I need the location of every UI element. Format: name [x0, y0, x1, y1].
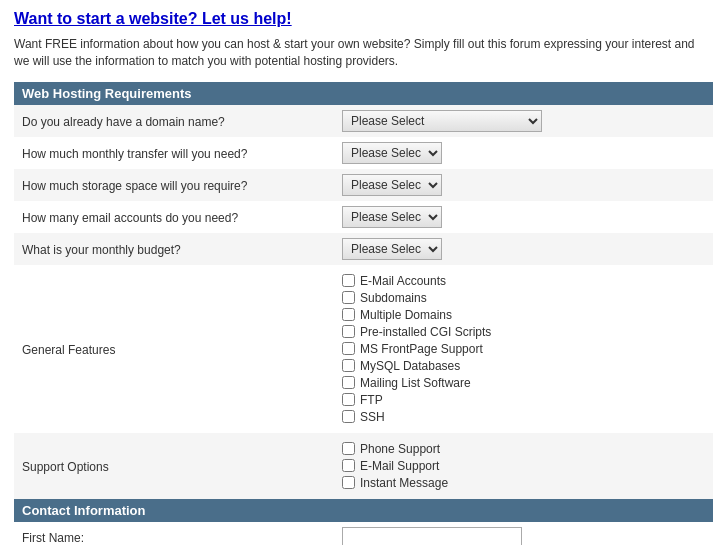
domain-row: Do you already have a domain name? Pleas… [14, 105, 713, 137]
support-option-checkbox-2[interactable] [342, 476, 355, 489]
general-features-label: General Features [14, 265, 334, 433]
transfer-row: How much monthly transfer will you need?… [14, 137, 713, 169]
general-feature-label-8: SSH [360, 410, 385, 424]
domain-select[interactable]: Please Select Yes No [342, 110, 542, 132]
budget-input-cell: Please Select $5-$10 $10-$20 $20+ [334, 233, 713, 265]
general-features-list: E-Mail AccountsSubdomainsMultiple Domain… [342, 270, 705, 428]
storage-row: How much storage space will you require?… [14, 169, 713, 201]
general-feature-item: Pre-installed CGI Scripts [342, 325, 705, 339]
page-intro: Want FREE information about how you can … [14, 36, 713, 70]
email-accounts-select[interactable]: Please Select 1-5 6-10 10+ [342, 206, 442, 228]
support-option-item: Instant Message [342, 476, 705, 490]
support-option-checkbox-1[interactable] [342, 459, 355, 472]
first-name-input-cell [334, 522, 713, 545]
general-feature-item: Subdomains [342, 291, 705, 305]
support-options-list: Phone SupportE-Mail SupportInstant Messa… [342, 438, 705, 494]
general-feature-label-5: MySQL Databases [360, 359, 460, 373]
storage-label: How much storage space will you require? [14, 169, 334, 201]
domain-input-cell: Please Select Yes No [334, 105, 713, 137]
general-feature-checkbox-6[interactable] [342, 376, 355, 389]
support-options-checkboxes: Phone SupportE-Mail SupportInstant Messa… [334, 433, 713, 499]
email-accounts-input-cell: Please Select 1-5 6-10 10+ [334, 201, 713, 233]
general-feature-checkbox-1[interactable] [342, 291, 355, 304]
support-options-row: Support Options Phone SupportE-Mail Supp… [14, 433, 713, 499]
support-option-item: E-Mail Support [342, 459, 705, 473]
general-feature-item: Multiple Domains [342, 308, 705, 322]
general-feature-item: SSH [342, 410, 705, 424]
budget-label: What is your monthly budget? [14, 233, 334, 265]
general-feature-item: Mailing List Software [342, 376, 705, 390]
storage-input-cell: Please Select 100 MB 500 MB 1 GB [334, 169, 713, 201]
domain-label: Do you already have a domain name? [14, 105, 334, 137]
requirements-table: Do you already have a domain name? Pleas… [14, 105, 713, 499]
general-feature-item: MySQL Databases [342, 359, 705, 373]
requirements-section-header: Web Hosting Requirements [14, 82, 713, 105]
general-feature-checkbox-3[interactable] [342, 325, 355, 338]
support-option-item: Phone Support [342, 442, 705, 456]
general-feature-label-0: E-Mail Accounts [360, 274, 446, 288]
transfer-label: How much monthly transfer will you need? [14, 137, 334, 169]
general-feature-item: E-Mail Accounts [342, 274, 705, 288]
general-feature-checkbox-8[interactable] [342, 410, 355, 423]
general-feature-checkbox-2[interactable] [342, 308, 355, 321]
general-feature-label-7: FTP [360, 393, 383, 407]
first-name-row: First Name: [14, 522, 713, 545]
general-features-row: General Features E-Mail AccountsSubdomai… [14, 265, 713, 433]
support-option-label-2: Instant Message [360, 476, 448, 490]
email-accounts-row: How many email accounts do you need? Ple… [14, 201, 713, 233]
general-feature-checkbox-4[interactable] [342, 342, 355, 355]
support-options-label: Support Options [14, 433, 334, 499]
page-title: Want to start a website? Let us help! [14, 10, 713, 28]
email-accounts-label: How many email accounts do you need? [14, 201, 334, 233]
general-feature-checkbox-7[interactable] [342, 393, 355, 406]
general-feature-label-3: Pre-installed CGI Scripts [360, 325, 491, 339]
general-feature-label-4: MS FrontPage Support [360, 342, 483, 356]
budget-row: What is your monthly budget? Please Sele… [14, 233, 713, 265]
general-feature-checkbox-0[interactable] [342, 274, 355, 287]
storage-select[interactable]: Please Select 100 MB 500 MB 1 GB [342, 174, 442, 196]
budget-select[interactable]: Please Select $5-$10 $10-$20 $20+ [342, 238, 442, 260]
general-feature-checkbox-5[interactable] [342, 359, 355, 372]
general-feature-item: FTP [342, 393, 705, 407]
general-features-checkboxes: E-Mail AccountsSubdomainsMultiple Domain… [334, 265, 713, 433]
transfer-select[interactable]: Please Select 1 GB 5 GB 10 GB [342, 142, 442, 164]
contact-table: First Name: [14, 522, 713, 545]
support-option-checkbox-0[interactable] [342, 442, 355, 455]
support-option-label-1: E-Mail Support [360, 459, 439, 473]
contact-section-header: Contact Information [14, 499, 713, 522]
general-feature-item: MS FrontPage Support [342, 342, 705, 356]
transfer-input-cell: Please Select 1 GB 5 GB 10 GB [334, 137, 713, 169]
general-feature-label-6: Mailing List Software [360, 376, 471, 390]
first-name-input[interactable] [342, 527, 522, 545]
general-feature-label-2: Multiple Domains [360, 308, 452, 322]
general-feature-label-1: Subdomains [360, 291, 427, 305]
support-option-label-0: Phone Support [360, 442, 440, 456]
first-name-label: First Name: [14, 522, 334, 545]
